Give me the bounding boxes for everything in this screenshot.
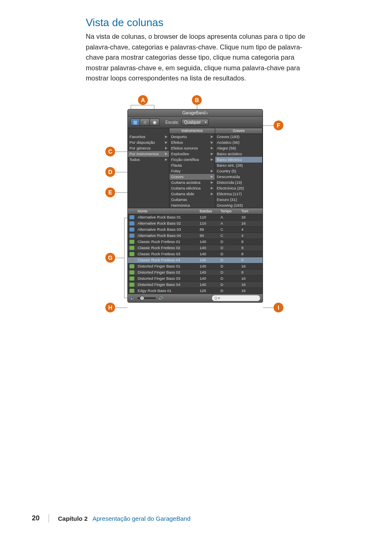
table-row[interactable]: Alternative Rock Bass 01110A16 bbox=[128, 214, 263, 221]
list-item[interactable]: Favoritos▶ bbox=[128, 134, 169, 140]
list-item[interactable]: Eléctrica (117) bbox=[215, 191, 262, 197]
figure: A B F C D E G H I GarageBand ▥ ♫ bbox=[86, 95, 306, 344]
loop-type-icon bbox=[129, 258, 134, 262]
list-item[interactable]: Baixo acústico bbox=[215, 151, 262, 157]
table-row[interactable]: Alternative Rock Bass 0389C4 bbox=[128, 227, 263, 233]
loop-type-icon bbox=[129, 264, 134, 268]
list-item[interactable]: Graves (183) bbox=[215, 134, 262, 140]
chapter-title: Apresentação geral do GarageBand bbox=[88, 515, 191, 522]
table-row[interactable]: Classic Rock Fretless 04140D8 bbox=[128, 257, 263, 263]
loop-type-icon bbox=[129, 234, 134, 238]
page-footer: 20 Capítulo 2 Apresentação geral do Gara… bbox=[0, 514, 392, 522]
list-item[interactable]: Descontraída bbox=[215, 174, 262, 180]
loop-type-icon bbox=[129, 246, 134, 250]
list-item[interactable]: Desporto▶ bbox=[169, 134, 215, 140]
category-column: Instrumentos Desporto▶Efeitos▶Efeitos so… bbox=[169, 128, 215, 208]
table-row[interactable]: Alternative Rock Bass 02110A16 bbox=[128, 221, 263, 227]
col-beats-header[interactable]: Batidas bbox=[198, 208, 219, 214]
list-item[interactable]: Country (5) bbox=[215, 168, 262, 174]
table-row[interactable]: Alternative Rock Bass 0490C4 bbox=[128, 233, 263, 239]
list-item[interactable]: Guitarra eléctrica▶ bbox=[169, 185, 215, 191]
callout-a: A bbox=[138, 95, 148, 105]
loop-type-icon bbox=[129, 283, 134, 287]
table-row[interactable]: Distorted Finger Bass 04140D16 bbox=[128, 282, 263, 288]
list-item[interactable]: Por disposição▶ bbox=[128, 140, 169, 145]
list-item[interactable]: Graves▶ bbox=[169, 174, 215, 180]
callout-f: F bbox=[274, 120, 283, 130]
browser-toolbar: ▥ ♫ ◉ Escala: Qualquer bbox=[128, 117, 263, 128]
list-item[interactable]: Baixo sint. (28) bbox=[215, 163, 262, 168]
columns-area: Favoritos▶Por disposição▶Por géneros▶Por… bbox=[128, 128, 263, 208]
callout-g: G bbox=[105, 253, 115, 263]
column-view-button[interactable]: ▥ bbox=[130, 118, 140, 126]
list-item[interactable]: Por géneros▶ bbox=[128, 145, 169, 151]
callout-i: I bbox=[274, 303, 283, 312]
section-heading: Vista de colunas bbox=[86, 16, 306, 29]
browser-source-selector[interactable]: GarageBand bbox=[128, 109, 263, 117]
list-item[interactable]: Efeitos▶ bbox=[169, 140, 215, 145]
loop-type-icon bbox=[129, 277, 134, 281]
button-view-button[interactable]: ♫ bbox=[140, 118, 150, 126]
list-item[interactable]: Ficção científica▶ bbox=[169, 157, 215, 163]
loop-type-icon bbox=[129, 240, 134, 244]
list-item[interactable]: Todos▶ bbox=[128, 157, 169, 163]
list-item[interactable]: Distorcida (19) bbox=[215, 180, 262, 185]
results-list: Nome Batidas Tempo Tom Alternative Rock … bbox=[128, 208, 263, 294]
list-item[interactable]: Guitarra slide▶ bbox=[169, 191, 215, 197]
list-item[interactable]: Baixo eléctrico bbox=[215, 157, 262, 163]
speaker-high-icon: 🔊 bbox=[158, 296, 163, 300]
callout-e: E bbox=[105, 187, 115, 197]
loop-type-icon bbox=[129, 215, 134, 219]
list-item[interactable]: Por instrumentos▶ bbox=[128, 151, 169, 157]
list-item[interactable]: Alegre (58) bbox=[215, 145, 262, 151]
callout-c: C bbox=[105, 147, 115, 156]
table-row[interactable]: Classic Rock Fretless 02140D8 bbox=[128, 245, 263, 251]
section-body: Na vista de colunas, o browser de loops … bbox=[86, 31, 306, 84]
list-item[interactable]: Flauta bbox=[169, 163, 215, 168]
list-item[interactable]: Electrónica (25) bbox=[215, 185, 262, 191]
view-mode-buttons: ▥ ♫ ◉ bbox=[130, 118, 160, 126]
table-row[interactable]: Classic Rock Fretless 03140D8 bbox=[128, 251, 263, 257]
list-item[interactable]: Explosões▶ bbox=[169, 151, 215, 157]
callout-d: D bbox=[105, 167, 115, 177]
loop-type-icon bbox=[129, 227, 134, 232]
loop-type-icon bbox=[129, 221, 134, 225]
category-column-header: Instrumentos bbox=[169, 128, 215, 134]
keyword-type-column: Favoritos▶Por disposição▶Por géneros▶Por… bbox=[128, 128, 169, 208]
loop-type-icon bbox=[129, 289, 134, 293]
callout-b: B bbox=[192, 95, 202, 105]
list-item[interactable]: Harmónica bbox=[169, 203, 215, 208]
scale-selector[interactable]: Qualquer bbox=[181, 119, 209, 125]
search-input[interactable]: Q▾ bbox=[212, 295, 260, 301]
list-item[interactable]: Efeitos sonoros▶ bbox=[169, 145, 215, 151]
browser-bottom-bar: 🔈 🔊 Q▾ bbox=[128, 294, 263, 302]
page-number: 20 bbox=[0, 514, 49, 522]
list-item[interactable]: Grooving (183) bbox=[215, 203, 262, 208]
chapter-label: Capítulo 2 bbox=[49, 515, 88, 522]
loop-type-icon bbox=[129, 270, 134, 274]
loop-type-icon bbox=[129, 252, 134, 256]
table-row[interactable]: Edgy Rock Bass 01125D16 bbox=[128, 288, 263, 294]
preview-volume-slider[interactable] bbox=[137, 297, 156, 299]
keyword-column-header: Graves bbox=[215, 128, 262, 134]
list-item[interactable]: Foley▶ bbox=[169, 168, 215, 174]
table-row[interactable]: Distorted Finger Bass 03140D16 bbox=[128, 276, 263, 282]
keyword-column: Graves Graves (183)Acústico (66)Alegre (… bbox=[215, 128, 263, 208]
podcast-view-button[interactable]: ◉ bbox=[150, 118, 160, 126]
list-item[interactable]: Acústico (66) bbox=[215, 140, 262, 145]
list-item[interactable]: Escuro (31) bbox=[215, 197, 262, 203]
col-tempo-header[interactable]: Tempo bbox=[219, 208, 240, 214]
speaker-low-icon: 🔈 bbox=[130, 296, 135, 300]
list-item[interactable]: Guitarra acústica▶ bbox=[169, 180, 215, 185]
loop-browser: GarageBand ▥ ♫ ◉ Escala: Qualquer Favori… bbox=[127, 109, 263, 303]
scale-label: Escala: bbox=[165, 120, 179, 125]
table-row[interactable]: Classic Rock Fretless 01140D8 bbox=[128, 239, 263, 245]
col-key-header[interactable]: Tom bbox=[240, 208, 263, 214]
list-item[interactable]: Guitarras bbox=[169, 197, 215, 203]
results-header: Nome Batidas Tempo Tom bbox=[128, 208, 263, 214]
table-row[interactable]: Distorted Finger Bass 02140D8 bbox=[128, 270, 263, 276]
col-name-header[interactable]: Nome bbox=[136, 208, 198, 214]
callout-h: H bbox=[105, 303, 115, 312]
table-row[interactable]: Distorted Finger Bass 01140D16 bbox=[128, 263, 263, 270]
